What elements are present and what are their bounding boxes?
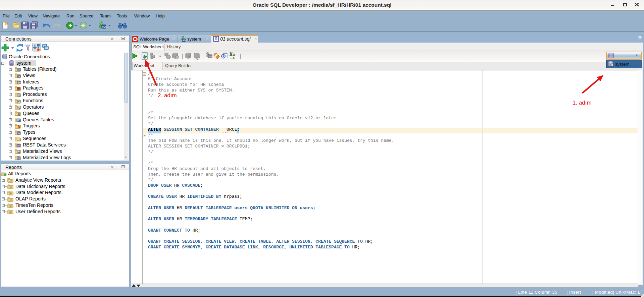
svg-text:SQL: SQL (102, 25, 107, 28)
svg-text:a9: a9 (17, 132, 20, 134)
svg-text:SQL: SQL (183, 39, 187, 41)
svg-text:123: 123 (17, 138, 21, 140)
svg-text:SQL: SQL (209, 56, 213, 58)
svg-text:REST: REST (17, 145, 21, 147)
svg-text:123: 123 (18, 82, 21, 84)
